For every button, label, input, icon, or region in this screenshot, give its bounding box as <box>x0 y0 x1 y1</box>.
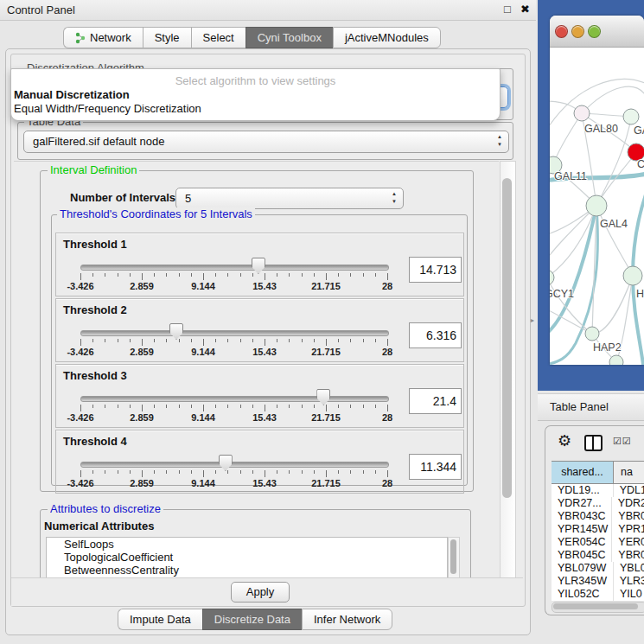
network-node[interactable] <box>585 327 599 341</box>
table-row[interactable]: YDL19...YDL1 <box>552 484 644 497</box>
table-row[interactable]: YBL079WYBL0 <box>552 562 644 575</box>
zoom-light-icon[interactable] <box>588 25 601 38</box>
table-data-combobox[interactable]: galFiltered.sif default node ▲ ▼ <box>23 131 509 153</box>
attribute-item-topologicalcoefficient[interactable]: TopologicalCoefficient <box>47 551 447 564</box>
cell-shared-name[interactable]: YLR345W <box>552 575 614 588</box>
split-view-icon[interactable] <box>584 435 603 451</box>
tick-mark <box>350 339 351 342</box>
tick-mark <box>240 339 241 342</box>
settings-scrollbar[interactable] <box>500 161 516 578</box>
cell-name[interactable]: YDL1 <box>614 484 644 497</box>
cell-name[interactable]: YDR2 <box>612 497 644 510</box>
threshold-label-4: Threshold 4 <box>63 435 127 448</box>
network-graph[interactable]: GAL80GACGAL11GAL4GCY1HHAP2 <box>550 48 644 365</box>
threshold-value-field-2[interactable]: 6.316 <box>409 322 462 348</box>
cell-name[interactable]: YPR1 <box>612 523 644 536</box>
cell-shared-name[interactable]: YDL19... <box>552 484 614 497</box>
float-window-icon[interactable]: □ <box>504 3 511 16</box>
attribute-item-betweennesscentrality[interactable]: BetweennessCentrality <box>47 564 447 577</box>
threshold-value-field-4[interactable]: 11.344 <box>409 454 462 480</box>
cell-name[interactable]: YIL0 <box>614 588 642 601</box>
threshold-slider-thumb-4[interactable] <box>219 455 233 471</box>
network-node[interactable] <box>609 355 623 365</box>
tick-mark <box>302 273 303 277</box>
threshold-value-field-3[interactable]: 21.4 <box>409 388 462 414</box>
cell-shared-name[interactable]: YPR145W <box>552 523 612 536</box>
network-window-titlebar[interactable] <box>550 16 644 48</box>
table-row[interactable]: YBR043CYBR0 <box>552 510 644 523</box>
tab-impute-data[interactable]: Impute Data <box>118 609 202 630</box>
tab-style[interactable]: Style <box>143 27 191 48</box>
threshold-value-field-1[interactable]: 14.713 <box>409 257 462 283</box>
tick-mark <box>265 405 265 411</box>
panel-divider-arrow-icon[interactable]: ▸ <box>531 316 534 324</box>
tick-label: 2.859 <box>130 412 154 423</box>
threshold-slider-track-4[interactable] <box>80 462 389 468</box>
table-row[interactable]: YER054CYER0 <box>552 536 644 549</box>
cell-name[interactable]: YBR0 <box>612 549 644 562</box>
table-horizontal-scrollbar-thumb[interactable] <box>553 603 638 609</box>
cell-shared-name[interactable]: YDR27... <box>552 497 612 510</box>
minimize-light-icon[interactable] <box>571 25 584 38</box>
table-row[interactable]: YBR045CYBR0 <box>552 549 644 562</box>
tick-mark <box>240 470 241 474</box>
table-horizontal-scrollbar[interactable] <box>552 602 644 613</box>
apply-button[interactable]: Apply <box>231 582 290 603</box>
network-node[interactable] <box>623 109 639 124</box>
cell-shared-name[interactable]: YBR043C <box>552 510 612 523</box>
cell-name[interactable]: YBR0 <box>612 510 644 523</box>
select-columns-checkboxes-icon[interactable]: ☑☑ <box>613 436 632 447</box>
network-node[interactable] <box>586 195 607 216</box>
tick-mark <box>375 339 376 342</box>
numerical-attributes-list[interactable]: SelfLoopsTopologicalCoefficientBetweenne… <box>46 537 448 577</box>
tick-mark <box>277 470 277 474</box>
table-row[interactable]: YPR145WYPR1 <box>552 523 644 536</box>
attribute-item-selfloops[interactable]: SelfLoops <box>47 538 447 551</box>
table-row[interactable]: YIL052CYIL0 <box>552 588 644 601</box>
tick-mark <box>105 405 105 408</box>
attributes-list-scrollbar[interactable] <box>448 537 460 577</box>
threshold-slider-track-1[interactable] <box>80 265 389 271</box>
network-canvas[interactable]: GAL80GACGAL11GAL4GCY1HHAP2 <box>550 48 644 365</box>
column-header-shared-name[interactable]: shared... <box>552 462 614 483</box>
settings-scrollbar-thumb[interactable] <box>502 178 512 498</box>
network-node[interactable] <box>574 105 590 121</box>
gear-icon[interactable]: ⚙ <box>558 431 571 450</box>
attributes-list-scrollbar-thumb[interactable] <box>450 539 456 574</box>
tick-mark <box>130 405 131 408</box>
network-edge <box>596 206 633 276</box>
close-icon[interactable]: ✖ <box>520 3 530 16</box>
threshold-slider-thumb-3[interactable] <box>316 389 330 405</box>
threshold-slider-track-3[interactable] <box>80 396 389 402</box>
tick-mark <box>130 339 131 342</box>
network-view-frame: GAL80GACGAL11GAL4GCY1HHAP2 <box>538 0 644 391</box>
tab-network[interactable]: Network <box>63 27 143 48</box>
threshold-slider-track-2[interactable] <box>80 330 389 336</box>
popup-item-equal-width-frequency[interactable]: Equal Width/Frequency Discretization <box>14 102 201 115</box>
tick-mark <box>375 273 376 277</box>
tick-mark <box>179 273 180 277</box>
tab-discretize-data[interactable]: Discretize Data <box>202 609 302 630</box>
table-row[interactable]: YDR27...YDR2 <box>552 497 644 510</box>
cell-shared-name[interactable]: YER054C <box>552 536 612 549</box>
cell-name[interactable]: YBL0 <box>614 562 644 575</box>
tab-jactivemnodules[interactable]: jActiveMNodules <box>333 27 441 48</box>
cell-name[interactable]: YLR3 <box>614 575 644 588</box>
tab-cyni-toolbox[interactable]: Cyni Toolbox <box>245 27 333 48</box>
tab-select[interactable]: Select <box>191 27 245 48</box>
table-row[interactable]: YLR345WYLR3 <box>552 575 644 588</box>
cell-name[interactable]: YER0 <box>612 536 644 549</box>
number-of-intervals-combobox[interactable]: 5 ▲ ▼ <box>175 188 404 209</box>
close-light-icon[interactable] <box>555 25 568 38</box>
threshold-slider-thumb-1[interactable] <box>252 258 265 274</box>
cell-shared-name[interactable]: YIL052C <box>552 588 614 601</box>
threshold-slider-thumb-2[interactable] <box>169 323 183 340</box>
cell-shared-name[interactable]: YBR045C <box>552 549 612 562</box>
tick-mark <box>252 405 253 408</box>
tick-mark <box>338 470 339 474</box>
cell-shared-name[interactable]: YBL079W <box>552 562 614 575</box>
network-node[interactable] <box>623 266 642 285</box>
popup-item-manual-discretization[interactable]: Manual Discretization <box>14 88 130 101</box>
tab-infer-network[interactable]: Infer Network <box>302 609 392 630</box>
column-header-name[interactable]: na <box>614 462 644 483</box>
